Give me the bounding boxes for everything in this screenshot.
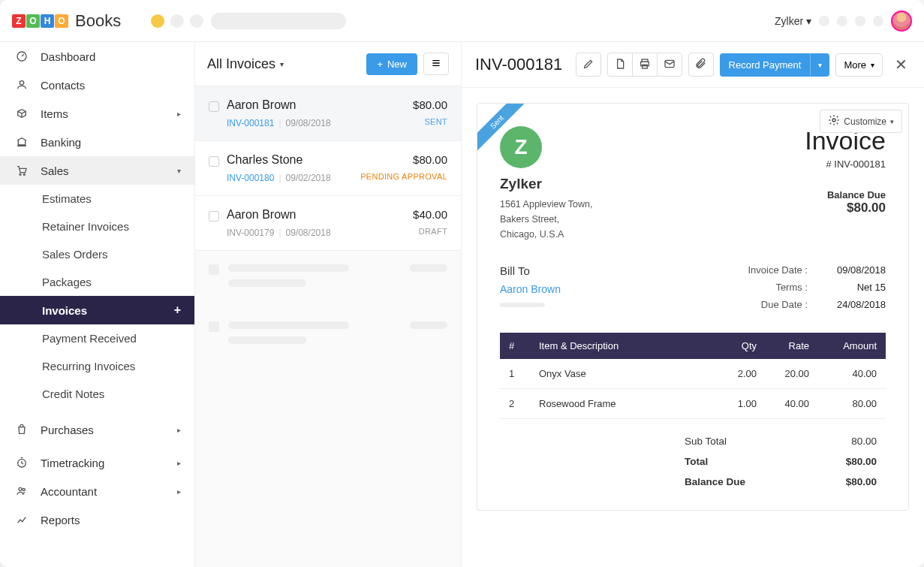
reports-icon xyxy=(14,513,30,526)
org-switcher[interactable]: Zylker ▾ xyxy=(775,15,811,27)
row-customer: Aaron Brown xyxy=(227,98,405,112)
chevron-right-icon: ▸ xyxy=(177,459,181,467)
paperclip-icon xyxy=(695,58,707,72)
nav-credit-notes[interactable]: Credit Notes xyxy=(0,380,194,408)
detail-title: INV-000181 xyxy=(475,55,562,74)
caret-down-icon: ▾ xyxy=(806,15,811,27)
row-checkbox[interactable] xyxy=(209,101,219,112)
nav-sales-orders[interactable]: Sales Orders xyxy=(0,240,194,268)
svg-point-3 xyxy=(23,173,25,175)
row-amount: $80.00 xyxy=(360,153,447,166)
pencil-icon xyxy=(582,58,594,72)
invoice-detail-panel: INV-000181 Record Payment ▾ More ▾ ✕ Sen… xyxy=(462,42,924,567)
caret-down-icon: ▾ xyxy=(890,118,894,125)
invoice-row[interactable]: Charles StoneINV-000180|09/02/2018$80.00… xyxy=(195,141,461,196)
bill-to-name[interactable]: Aaron Brown xyxy=(500,283,561,295)
nav-sales[interactable]: Sales ▾ xyxy=(0,156,194,185)
contacts-icon xyxy=(14,78,30,92)
nav-contacts[interactable]: Contacts xyxy=(0,71,194,99)
mail-icon xyxy=(664,58,676,72)
sales-icon xyxy=(14,164,30,177)
email-button[interactable] xyxy=(657,53,682,77)
meta-label: Due Date : xyxy=(740,299,808,310)
nav-recurring-invoices[interactable]: Recurring Invoices xyxy=(0,352,194,380)
print-icon xyxy=(639,58,651,72)
time-icon xyxy=(14,456,30,469)
pdf-button[interactable] xyxy=(607,53,633,77)
invoice-totals: Sub Total80.00Total$80.00Balance Due$80.… xyxy=(676,431,886,492)
meta-label: Invoice Date : xyxy=(740,264,808,276)
row-date: 09/02/2018 xyxy=(286,173,331,183)
nav-purchases[interactable]: Purchases ▸ xyxy=(0,415,194,444)
zoho-books-logo: Z O H O Books xyxy=(12,11,121,31)
svg-point-11 xyxy=(832,119,835,122)
row-invoice-num: INV-000181 xyxy=(227,118,274,128)
print-button[interactable] xyxy=(632,53,658,77)
row-status: DRAFT xyxy=(413,227,447,236)
header-dot xyxy=(855,16,865,26)
total-value: $80.00 xyxy=(846,476,877,487)
nav-packages[interactable]: Packages xyxy=(0,268,194,296)
invoice-list-panel: All Invoices ▾ + New Aaron BrownINV-0001… xyxy=(195,42,462,567)
nav-retainer-invoices[interactable]: Retainer Invoices xyxy=(0,213,194,240)
chevron-right-icon: ▸ xyxy=(177,487,181,496)
line-items-table: # Item & Description Qty Rate Amount 1On… xyxy=(500,333,886,419)
nav-reports[interactable]: Reports xyxy=(0,505,194,534)
edit-button[interactable] xyxy=(576,53,601,77)
invoice-row[interactable]: Aaron BrownINV-000181|09/08/2018$80.00SE… xyxy=(195,86,461,141)
nav-banking[interactable]: Banking xyxy=(0,128,194,156)
window-dots xyxy=(151,14,203,28)
meta-value: Net 15 xyxy=(826,282,886,293)
chevron-right-icon: ▸ xyxy=(177,110,181,118)
balance-due-amount: $80.00 xyxy=(805,201,886,216)
banking-icon xyxy=(14,135,30,149)
row-invoice-num: INV-000180 xyxy=(227,173,274,183)
nav-dashboard[interactable]: Dashboard xyxy=(0,42,194,71)
nav-payment-received[interactable]: Payment Received xyxy=(0,324,194,352)
purchases-icon xyxy=(14,423,30,436)
list-options-button[interactable] xyxy=(423,53,449,75)
plus-icon[interactable]: + xyxy=(174,303,181,317)
header-dot xyxy=(819,16,829,26)
record-payment-dropdown[interactable]: ▾ xyxy=(810,53,829,77)
row-status: PENDING APPROVAL xyxy=(360,172,447,181)
row-checkbox[interactable] xyxy=(209,211,219,222)
invoice-document: Sent Customize ▾ Z Zylker 1561 Appleview… xyxy=(477,103,909,511)
bill-to-label: Bill To xyxy=(500,264,561,277)
total-label: Total xyxy=(685,456,708,467)
record-payment-button[interactable]: Record Payment xyxy=(720,53,811,77)
nav-timetracking[interactable]: Timetracking ▸ xyxy=(0,448,194,477)
total-label: Sub Total xyxy=(685,436,727,447)
customize-button[interactable]: Customize ▾ xyxy=(820,110,902,133)
items-icon xyxy=(14,107,30,120)
attach-button[interactable] xyxy=(688,53,714,77)
meta-label: Terms : xyxy=(740,282,808,293)
more-button[interactable]: More ▾ xyxy=(835,53,883,77)
nav-estimates[interactable]: Estimates xyxy=(0,185,194,213)
meta-value: 09/08/2018 xyxy=(826,264,886,276)
row-invoice-num: INV-000179 xyxy=(227,228,274,238)
plus-icon: + xyxy=(377,59,383,70)
caret-down-icon: ▾ xyxy=(280,60,284,68)
nav-invoices[interactable]: Invoices + xyxy=(0,296,194,324)
svg-point-1 xyxy=(20,81,23,85)
hamburger-icon xyxy=(430,57,442,71)
row-date: 09/08/2018 xyxy=(286,228,331,238)
user-avatar[interactable] xyxy=(891,11,912,32)
gear-icon xyxy=(828,114,840,128)
row-checkbox[interactable] xyxy=(209,156,219,167)
list-filter-dropdown[interactable]: All Invoices xyxy=(207,56,275,72)
invoice-row[interactable]: Aaron BrownINV-000179|09/08/2018$40.00DR… xyxy=(195,196,461,251)
row-date: 09/08/2018 xyxy=(286,118,331,128)
svg-point-2 xyxy=(20,173,21,175)
nav-accountant[interactable]: Accountant ▸ xyxy=(0,477,194,505)
accountant-icon xyxy=(14,484,30,498)
new-invoice-button[interactable]: + New xyxy=(366,53,417,75)
close-icon: ✕ xyxy=(895,56,907,73)
status-ribbon: Sent xyxy=(477,104,530,156)
close-button[interactable]: ✕ xyxy=(892,56,910,74)
total-value: 80.00 xyxy=(851,436,877,447)
row-status: SENT xyxy=(413,117,447,126)
placeholder-row xyxy=(195,308,461,365)
nav-items[interactable]: Items ▸ xyxy=(0,99,194,128)
